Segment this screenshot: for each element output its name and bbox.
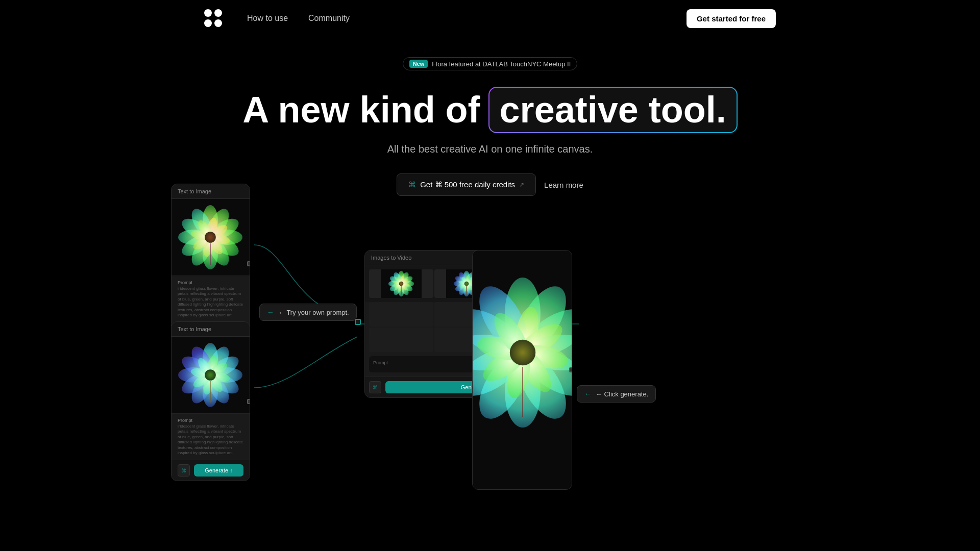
nav-links: How to use Community [247,14,350,23]
credits-button[interactable]: ⌘ Get ⌘ 500 free daily credits ↗ [397,173,536,196]
tooltip-try: ← ← Try your own prompt. [259,304,357,321]
credits-label: Get ⌘ 500 free daily credits [420,180,515,189]
settings-icon-2: ⌘ [181,468,186,473]
hero-title-highlight: creative tool. [488,87,738,133]
badge-new-label: New [409,60,428,68]
prompt-label-1: Prompt [178,280,243,285]
get-started-button[interactable]: Get started for free [687,9,776,28]
thumb-canvas-1 [381,269,422,298]
tooltip-arrow-2: ← [584,390,592,398]
nav-how-to-use[interactable]: How to use [247,14,288,23]
navbar-left: How to use Community [204,9,350,28]
card-footer-2: ⌘ Generate ↑ [172,460,250,481]
announcement-badge[interactable]: New Flora featured at DATLAB TouchNYC Me… [403,57,578,70]
hero-subtitle: All the best creative AI on one infinite… [387,143,593,155]
empty-cell-1 [369,302,433,327]
card-prompt-1: Prompt iridescent glass flower, intricat… [172,276,250,322]
logo-dot-br [214,19,222,27]
tooltip-click: ← ← Click generate. [577,385,656,403]
hero-title-part1: A new kind of [242,90,480,130]
text-to-image-card-2: Text to Image Prompt iridescent glass fl… [171,321,250,481]
video-thumb-1[interactable] [369,269,433,298]
nav-community[interactable]: Community [308,14,350,23]
badge-text: Flora featured at DATLAB TouchNYC Meetup… [432,60,571,68]
hero-section: New Flora featured at DATLAB TouchNYC Me… [0,37,980,227]
learn-more-button[interactable]: Learn more [544,181,583,189]
settings-icon-btn-2[interactable]: ⌘ [178,464,190,477]
conn-point-right-1 [247,261,250,266]
empty-cell-4 [369,328,433,352]
card-image-2 [172,337,250,413]
midpoint-connector [355,319,361,325]
tooltip-click-text: ← Click generate. [596,390,648,398]
prompt-text-1: iridescent glass flower, intricate petal… [178,286,243,318]
card-prompt-2: Prompt iridescent glass flower, intricat… [172,413,250,460]
credits-icon: ⌘ [408,180,416,189]
preview-conn-right [569,367,572,372]
conn-point-right-2 [247,399,250,404]
canvas-area: Text to Image Prompt iridescent glass fl… [0,179,980,551]
tooltip-try-text: ← Try your own prompt. [278,309,349,316]
logo-dot-tl [204,9,212,17]
tooltip-arrow-1: ← [267,308,274,316]
card-header-2: Text to Image [172,322,250,337]
large-flower-canvas [473,251,572,490]
generate-button-2[interactable]: Generate ↑ [194,464,243,477]
navbar: How to use Community Get started for fre… [0,0,980,37]
flower-canvas-2 [171,337,250,413]
video-settings-icon: ⌘ [373,385,378,390]
hero-title: A new kind of creative tool. [242,87,738,133]
hero-actions: ⌘ Get ⌘ 500 free daily credits ↗ Learn m… [397,173,583,196]
logo-dot-bl [204,19,212,27]
logo[interactable] [204,9,223,28]
video-settings-btn[interactable]: ⌘ [369,381,381,393]
external-link-icon: ↗ [519,181,524,188]
large-preview-card [472,250,572,490]
prompt-label-2: Prompt [178,418,243,423]
logo-dot-tr [214,9,222,17]
prompt-text-2: iridescent glass flower, intricate petal… [178,424,243,456]
